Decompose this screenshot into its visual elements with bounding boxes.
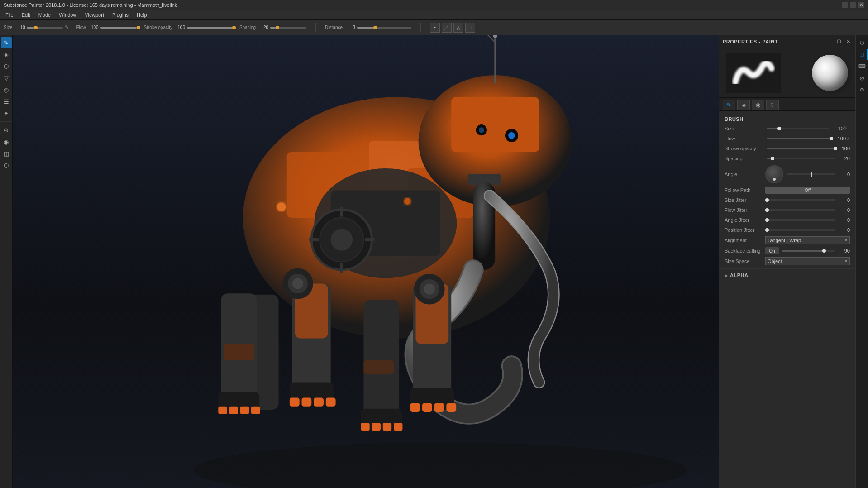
clone-tool-btn[interactable]: ☰ <box>1 96 12 107</box>
size-jitter-label: Size Jitter <box>725 197 765 203</box>
svg-rect-33 <box>229 407 238 414</box>
backface-culling-value: 90 <box>837 248 850 254</box>
alignment-dropdown-wrap: Tangent | Wrap World UV ▼ <box>765 236 850 244</box>
flow-value: 100 <box>88 25 99 30</box>
size-slider[interactable] <box>27 27 63 29</box>
material-ball <box>812 55 848 91</box>
bake-tool-btn[interactable]: ⬡ <box>1 160 12 171</box>
svg-rect-53 <box>309 238 319 241</box>
svg-rect-21 <box>326 397 336 406</box>
angle-slider-thumb <box>811 172 812 177</box>
eraser-tool-btn[interactable]: ◈ <box>1 49 12 60</box>
stroke-opacity-prop-slider[interactable] <box>765 148 837 149</box>
svg-point-44 <box>292 278 303 289</box>
toolbar: Size 10 ✎ Flow 100 Stroke opacity 100 Sp… <box>0 20 868 35</box>
alignment-dropdown[interactable]: Tangent | Wrap World UV <box>765 236 850 244</box>
right-icon-textures[interactable]: ⌨ <box>857 61 868 72</box>
angle-prop-label: Angle <box>725 172 765 177</box>
position-jitter-value: 0 <box>837 227 850 233</box>
fill-tool-btn[interactable]: ▽ <box>1 72 12 83</box>
titlebar: Substance Painter 2018.1.0 - License: 16… <box>0 0 868 10</box>
stroke-fill-icon[interactable]: △ <box>453 23 463 33</box>
brush-tab-material[interactable]: ◈ <box>737 100 750 110</box>
stroke-opacity-prop-label: Stroke opacity <box>725 146 765 151</box>
spacing-prop-row: Spacing 20 <box>719 153 855 163</box>
angle-jitter-slider[interactable] <box>765 219 837 221</box>
main-layout: ✎ ◈ ⬡ ▽ ◎ ☰ ✦ ⊕ ◉ ◫ ⬡ <box>0 35 868 488</box>
follow-path-toggle[interactable]: Off <box>765 187 850 194</box>
angle-slider[interactable] <box>787 173 835 175</box>
menubar: File Edit Mode Window Viewport Plugins H… <box>0 10 868 20</box>
svg-rect-39 <box>372 423 381 431</box>
angle-jitter-prop-row: Angle Jitter 0 <box>719 215 855 225</box>
size-group: Size 10 ✎ <box>4 24 69 30</box>
projection-tool-btn[interactable]: ⬡ <box>1 61 12 72</box>
maximize-button[interactable]: □ <box>850 2 856 8</box>
smudge-tool-btn[interactable]: ◎ <box>1 84 12 95</box>
brush-tab-lazy[interactable]: ☾ <box>766 100 779 110</box>
right-icon-props[interactable]: ◫ <box>857 49 868 60</box>
flow-slider[interactable] <box>100 27 137 29</box>
size-edit-icon[interactable]: ✎ <box>65 24 69 30</box>
angle-knob[interactable] <box>765 165 783 183</box>
stroke-opacity-slider[interactable] <box>187 27 232 29</box>
angle-jitter-label: Angle Jitter <box>725 217 765 223</box>
distance-slider[interactable] <box>357 27 411 29</box>
svg-rect-40 <box>383 423 391 431</box>
svg-rect-20 <box>314 397 324 406</box>
menu-plugins[interactable]: Plugins <box>109 11 132 19</box>
svg-rect-52 <box>340 263 343 273</box>
preview-area <box>719 48 855 98</box>
menu-edit[interactable]: Edit <box>18 11 34 19</box>
close-button[interactable]: ✕ <box>858 2 864 8</box>
brush-tab-paint[interactable]: ✎ <box>723 100 735 110</box>
brush-tab-stencil[interactable]: ◉ <box>752 100 764 110</box>
flow-prop-slider[interactable] <box>765 138 833 139</box>
right-icon-settings[interactable]: ⚙ <box>857 84 868 95</box>
angle-knob-wrap: 0 <box>765 165 850 183</box>
props-close-btn[interactable]: ✕ <box>844 38 852 45</box>
svg-rect-25 <box>410 403 420 412</box>
size-jitter-slider[interactable] <box>765 199 837 201</box>
titlebar-controls: ─ □ ✕ <box>842 2 864 8</box>
geometry-tool-btn[interactable]: ✦ <box>1 108 12 119</box>
backface-culling-toggle[interactable]: On <box>765 247 779 254</box>
spacing-slider[interactable] <box>270 27 306 29</box>
spacing-prop-slider[interactable] <box>765 158 837 159</box>
angle-prop-value: 0 <box>839 172 850 177</box>
alpha-section-header[interactable]: ▶ ALPHA <box>719 271 855 280</box>
svg-point-58 <box>277 202 286 211</box>
backface-culling-slider[interactable] <box>782 250 835 252</box>
flow-label: Flow <box>76 25 86 30</box>
material-tool-btn[interactable]: ◉ <box>1 136 12 147</box>
transform-tool-btn[interactable]: ⊕ <box>1 124 12 135</box>
stroke-dot-icon[interactable]: • <box>430 23 440 33</box>
minimize-button[interactable]: ─ <box>842 2 848 8</box>
size-prop-slider[interactable] <box>765 128 831 129</box>
svg-rect-60 <box>224 344 254 360</box>
props-content: BRUSH Size 10 ✎ Flow <box>719 111 855 488</box>
paint-tool-btn[interactable]: ✎ <box>1 37 12 48</box>
menu-help[interactable]: Help <box>133 11 151 19</box>
distance-group: Distance 3 <box>325 25 411 30</box>
right-icon-camera[interactable]: ◎ <box>857 72 868 83</box>
menu-mode[interactable]: Mode <box>35 11 55 19</box>
menu-window[interactable]: Window <box>55 11 80 19</box>
stroke-line-icon[interactable]: ／ <box>442 23 452 33</box>
right-icon-layers[interactable]: ⬡ <box>857 37 868 48</box>
size-space-dropdown[interactable]: Object World Screen <box>765 257 850 265</box>
menu-file[interactable]: File <box>2 11 17 19</box>
props-expand-btn[interactable]: ⬡ <box>835 38 843 45</box>
menu-viewport[interactable]: Viewport <box>81 11 108 19</box>
spacing-value: 20 <box>258 25 268 30</box>
stroke-opacity-prop-value: 100 <box>837 146 850 151</box>
svg-rect-41 <box>394 423 402 431</box>
stroke-drag-icon[interactable]: → <box>465 23 475 33</box>
spacing-group: Spacing 20 <box>239 25 306 30</box>
svg-point-50 <box>331 229 353 250</box>
layers-tool-btn[interactable]: ◫ <box>1 148 12 159</box>
position-jitter-slider[interactable] <box>765 229 837 231</box>
alignment-label: Alignment <box>725 238 765 243</box>
flow-jitter-slider[interactable] <box>765 209 837 211</box>
size-edit-icon[interactable]: ✎ <box>844 125 850 132</box>
